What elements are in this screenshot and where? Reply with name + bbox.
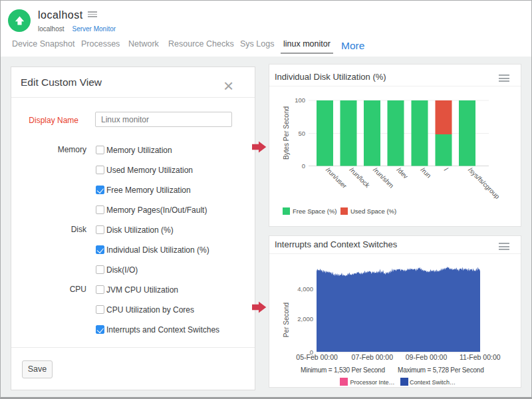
svg-text:Maximum = 5,728 Per Second: Maximum = 5,728 Per Second xyxy=(398,366,484,374)
svg-text:4,000: 4,000 xyxy=(297,285,313,293)
svg-text:11-Feb 00:00: 11-Feb 00:00 xyxy=(460,353,501,361)
svg-text:Used Space (%): Used Space (%) xyxy=(350,207,396,215)
svg-text:/run/shm: /run/shm xyxy=(372,166,395,190)
svg-text:0: 0 xyxy=(302,162,305,170)
svg-text:/: / xyxy=(443,166,450,173)
svg-text:2,000: 2,000 xyxy=(297,315,313,323)
svg-text:Minimum = 1,530 Per Second: Minimum = 1,530 Per Second xyxy=(301,366,385,374)
svg-text:Context Switch…: Context Switch… xyxy=(410,379,456,386)
svg-text:Processor Inte…: Processor Inte… xyxy=(350,379,395,386)
svg-text:Bytes Per Second: Bytes Per Second xyxy=(283,106,290,160)
svg-text:Free Space (%): Free Space (%) xyxy=(293,207,337,215)
svg-text:Per Second: Per Second xyxy=(283,303,290,337)
svg-text:/run/user: /run/user xyxy=(325,166,348,190)
svg-text:07-Feb 00:00: 07-Feb 00:00 xyxy=(352,353,394,361)
svg-text:09-Feb 00:00: 09-Feb 00:00 xyxy=(406,353,448,361)
svg-text:/run/lock: /run/lock xyxy=(348,166,372,190)
svg-text:50: 50 xyxy=(298,130,305,137)
svg-text:100: 100 xyxy=(295,96,305,104)
svg-text:/dev: /dev xyxy=(396,166,410,180)
svg-text:05-Feb 00:00: 05-Feb 00:00 xyxy=(296,353,338,361)
svg-text:/sys/fs/cgroup: /sys/fs/cgroup xyxy=(467,166,501,201)
svg-text:/run: /run xyxy=(420,166,433,180)
